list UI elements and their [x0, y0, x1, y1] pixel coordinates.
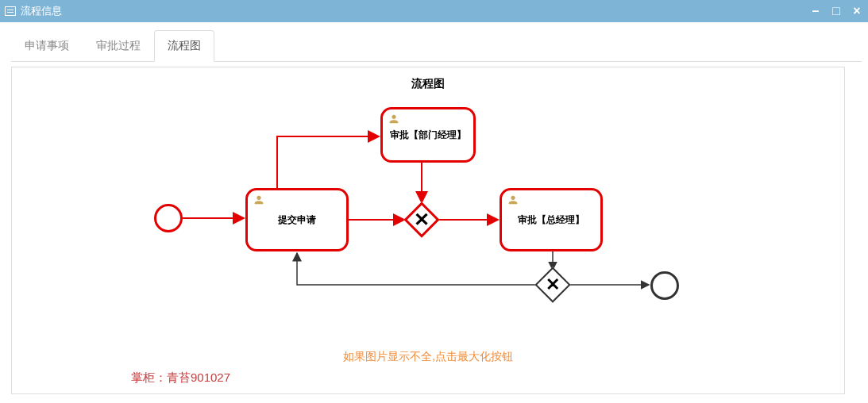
- end-node[interactable]: [650, 271, 679, 300]
- flowchart-diagram: 提交申请 审批【部门经理】 ✕ 审批【总经理】 ✕: [150, 101, 706, 339]
- gateway-2[interactable]: ✕: [535, 267, 570, 302]
- start-node[interactable]: [154, 204, 183, 232]
- user-icon: [388, 113, 400, 128]
- window-icon: [5, 6, 16, 16]
- task-label: 审批【总经理】: [518, 213, 584, 227]
- tab-bar: 申请事项 审批过程 流程图: [11, 30, 862, 62]
- gateway-1[interactable]: ✕: [404, 202, 439, 237]
- window-title: 流程信息: [21, 4, 62, 18]
- user-icon: [253, 194, 265, 209]
- tab-label: 流程图: [168, 39, 201, 52]
- task-general-manager[interactable]: 审批【总经理】: [500, 188, 603, 251]
- flowchart-panel: 流程图: [11, 67, 845, 394]
- minimize-button[interactable]: –: [809, 5, 822, 17]
- tab-apply[interactable]: 申请事项: [11, 30, 83, 61]
- hint-text: 如果图片显示不全,点击最大化按钮: [12, 339, 844, 370]
- tab-chart[interactable]: 流程图: [154, 30, 214, 62]
- window-titlebar: 流程信息 – □ ×: [0, 0, 868, 22]
- close-button[interactable]: ×: [851, 5, 863, 17]
- user-icon: [507, 194, 519, 209]
- tab-process[interactable]: 审批过程: [83, 30, 154, 61]
- tab-label: 审批过程: [96, 39, 141, 52]
- task-label: 审批【部门经理】: [390, 129, 466, 142]
- task-label: 提交申请: [278, 213, 316, 227]
- exclusive-gateway-icon: ✕: [535, 267, 570, 302]
- task-submit[interactable]: 提交申请: [245, 188, 349, 251]
- watermark-text: 掌柜：青苔901027: [12, 370, 844, 393]
- exclusive-gateway-icon: ✕: [404, 202, 439, 237]
- tab-label: 申请事项: [25, 39, 69, 52]
- maximize-button[interactable]: □: [830, 5, 843, 17]
- window-controls: – □ ×: [809, 5, 863, 17]
- panel-title: 流程图: [12, 67, 844, 101]
- task-dept-manager[interactable]: 审批【部门经理】: [380, 107, 476, 163]
